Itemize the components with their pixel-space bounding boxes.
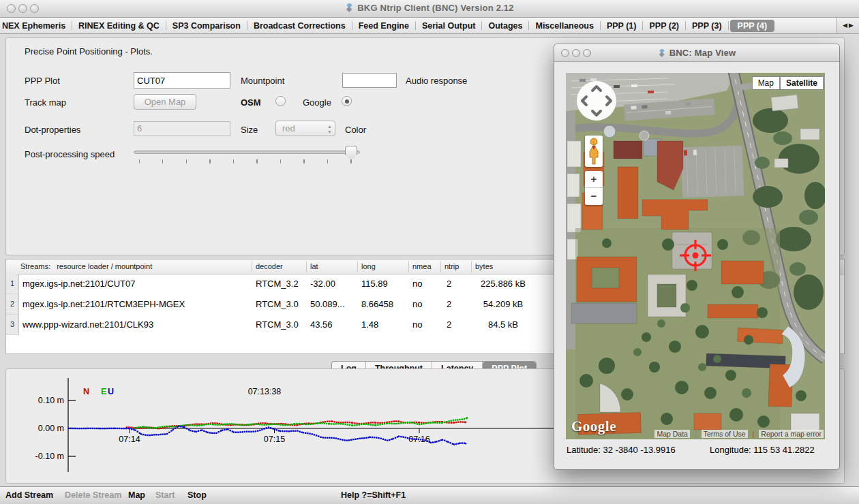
legend-n: N bbox=[83, 387, 89, 396]
post-processing-speed-label: Post-processing speed bbox=[25, 149, 115, 159]
google-label: Google bbox=[303, 97, 331, 108]
legend-e: E bbox=[101, 387, 106, 396]
map-view-window: BNC: Map View bbox=[554, 44, 840, 470]
y-tick-010: 0.10 m bbox=[38, 396, 64, 405]
cell-mountpoint: mgex.igs-ip.net:2101/RTCM3EPH-MGEX bbox=[22, 299, 185, 309]
speed-slider-handle[interactable] bbox=[345, 146, 357, 160]
map-attribution: Map Data | Terms of Use | Report a map e… bbox=[654, 430, 824, 438]
main-tabbar: NEX Ephemeris RINEX Editing & QC SP3 Com… bbox=[0, 18, 859, 34]
map-image[interactable]: + − Map Satellite Google Map Data | Term… bbox=[566, 73, 825, 439]
header-ntrip: ntrip bbox=[444, 262, 459, 270]
open-map-button[interactable]: Open Map bbox=[134, 94, 196, 110]
color-combobox-value: red bbox=[282, 123, 295, 133]
speed-slider-track[interactable] bbox=[134, 151, 360, 154]
pegman-control[interactable] bbox=[585, 136, 603, 167]
help-shortcut-label: Help ?=Shift+F1 bbox=[341, 490, 406, 500]
header-streams: Streams: resource loader / mountpoint bbox=[20, 262, 152, 270]
map-type-satellite-button[interactable]: Satellite bbox=[780, 76, 824, 90]
combo-up-arrow-icon: ▲ bbox=[327, 124, 332, 129]
map-window-title-text: BNC: Map View bbox=[669, 48, 736, 58]
row-number: 2 bbox=[6, 294, 19, 315]
add-stream-button[interactable]: Add Stream bbox=[5, 490, 53, 500]
map-window-title: BNC: Map View bbox=[554, 48, 839, 59]
tab-feed-engine[interactable]: Feed Engine bbox=[352, 19, 415, 33]
bnc-app-icon bbox=[658, 49, 666, 59]
cell-nmea: no bbox=[412, 299, 422, 309]
dot-size-input[interactable]: 6 bbox=[134, 121, 230, 136]
start-button: Start bbox=[155, 490, 175, 500]
map-button[interactable]: Map bbox=[128, 490, 145, 500]
tab-ppp-3[interactable]: PPP (3) bbox=[686, 19, 728, 33]
tab-scroll-right-icon[interactable]: ▶ bbox=[849, 22, 854, 29]
cell-ntrip: 2 bbox=[447, 299, 451, 309]
speed-slider-ticks bbox=[139, 159, 356, 163]
google-logo[interactable]: Google bbox=[571, 418, 616, 435]
cell-ntrip: 2 bbox=[447, 279, 451, 289]
color-combobox[interactable]: red▲▼ bbox=[275, 121, 335, 136]
tab-rinex-editing-qc[interactable]: RINEX Editing & QC bbox=[72, 19, 166, 33]
map-data-link[interactable]: Map Data bbox=[654, 430, 690, 438]
delete-stream-button: Delete Stream bbox=[65, 490, 121, 500]
y-tick-neg010: -0.10 m bbox=[35, 452, 64, 461]
map-pan-control[interactable] bbox=[576, 80, 617, 124]
row-number: 1 bbox=[6, 274, 19, 294]
map-type-map-button[interactable]: Map bbox=[752, 76, 780, 90]
cell-mountpoint: www.ppp-wizard.net:2101/CLK93 bbox=[22, 319, 153, 330]
zoom-in-button[interactable]: + bbox=[585, 171, 603, 188]
x-tick-0715: 07:15 bbox=[264, 435, 285, 444]
cell-bytes: 225.886 kB bbox=[474, 279, 532, 289]
tab-scroll-left-icon[interactable]: ◀ bbox=[843, 22, 847, 29]
panel-heading: Precise Point Positioning - Plots. bbox=[25, 46, 153, 57]
cell-lat: 43.56 bbox=[310, 319, 333, 330]
tab-scroll-arrows[interactable]: ◀ ▶ bbox=[837, 18, 859, 33]
tab-broadcast-corrections[interactable]: Broadcast Corrections bbox=[247, 19, 352, 33]
tab-sp3-comparison[interactable]: SP3 Comparison bbox=[166, 19, 247, 33]
cell-bytes: 84.5 kB bbox=[474, 319, 532, 330]
mountpoint-input[interactable] bbox=[342, 73, 397, 88]
cell-lat: 50.089... bbox=[310, 299, 345, 309]
longitude-readout: Longitude: 115 53 41.2822 bbox=[710, 445, 815, 455]
cell-nmea: no bbox=[412, 319, 422, 330]
tab-outages[interactable]: Outages bbox=[482, 19, 528, 33]
osm-radio[interactable] bbox=[275, 96, 286, 106]
bottom-toolbar: Add Stream Delete Stream Map Start Stop … bbox=[0, 486, 859, 504]
dot-properties-label: Dot-properties bbox=[25, 125, 80, 135]
map-window-titlebar: BNC: Map View bbox=[554, 44, 839, 62]
tab-ppp-1[interactable]: PPP (1) bbox=[601, 19, 643, 33]
report-map-error-link[interactable]: Report a map error bbox=[759, 430, 824, 438]
terms-of-use-link[interactable]: Terms of Use bbox=[702, 430, 748, 438]
tab-serial-output[interactable]: Serial Output bbox=[416, 19, 481, 33]
header-nmea: nmea bbox=[412, 262, 432, 270]
satellite-map-graphic bbox=[566, 73, 825, 439]
cell-long: 1.48 bbox=[361, 319, 378, 330]
cell-decoder: RTCM_3.2 bbox=[256, 279, 299, 289]
header-decoder: decoder bbox=[256, 262, 283, 270]
tab-ppp-4[interactable]: PPP (4) bbox=[730, 20, 775, 32]
mountpoint-label: Mountpoint bbox=[241, 76, 284, 86]
chart-title: 07:13:38 bbox=[248, 387, 282, 396]
map-zoom-control: + − bbox=[585, 171, 603, 205]
google-radio[interactable] bbox=[342, 96, 352, 106]
color-label: Color bbox=[345, 125, 366, 135]
tab-rinex-ephemeris[interactable]: NEX Ephemeris bbox=[0, 19, 72, 33]
cell-decoder: RTCM_3.0 bbox=[256, 319, 299, 330]
window-title-text: BKG Ntrip Client (BNC) Version 2.12 bbox=[357, 3, 513, 13]
x-tick-0714: 07:14 bbox=[119, 435, 140, 444]
cell-ntrip: 2 bbox=[447, 319, 451, 330]
ppp-plot-label: PPP Plot bbox=[25, 76, 60, 86]
zoom-out-button[interactable]: − bbox=[585, 188, 603, 204]
cell-bytes: 54.209 kB bbox=[474, 299, 532, 309]
tab-miscellaneous[interactable]: Miscellaneous bbox=[529, 19, 599, 33]
ppp-plot-input[interactable] bbox=[134, 72, 230, 89]
cell-long: 8.66458 bbox=[361, 299, 393, 309]
cell-long: 115.89 bbox=[361, 279, 388, 289]
row-number: 3 bbox=[6, 315, 19, 335]
cell-mountpoint: mgex.igs-ip.net:2101/CUT07 bbox=[22, 279, 135, 289]
track-map-label: Track map bbox=[25, 97, 66, 108]
map-type-control: Map Satellite bbox=[752, 76, 824, 90]
cell-lat: -32.00 bbox=[310, 279, 335, 289]
stop-button[interactable]: Stop bbox=[187, 490, 207, 500]
tab-ppp-2[interactable]: PPP (2) bbox=[643, 19, 685, 33]
y-tick-000: 0.00 m bbox=[38, 424, 64, 433]
window-title: BKG Ntrip Client (BNC) Version 2.12 bbox=[0, 3, 859, 14]
